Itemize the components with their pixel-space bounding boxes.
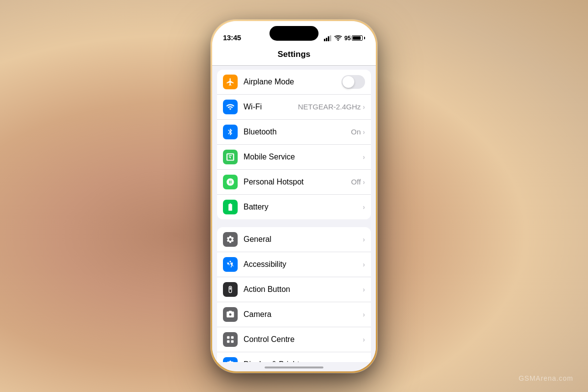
svg-rect-3 bbox=[330, 35, 331, 41]
wifi-chevron: › bbox=[363, 103, 365, 111]
display-brightness-chevron: › bbox=[363, 361, 365, 362]
phone-frame: 13:45 bbox=[211, 20, 377, 373]
airplane-mode-label: Airplane Mode bbox=[244, 78, 342, 86]
camera-row[interactable]: Camera › bbox=[217, 302, 371, 327]
bluetooth-icon bbox=[223, 125, 238, 139]
svg-point-5 bbox=[230, 261, 231, 262]
battery-percent: 95 bbox=[344, 35, 351, 42]
watermark: GSMArena.com bbox=[518, 374, 573, 382]
settings-header: Settings bbox=[212, 46, 376, 66]
svg-rect-11 bbox=[231, 340, 234, 342]
personal-hotspot-value: Off bbox=[351, 178, 361, 186]
svg-rect-0 bbox=[324, 39, 325, 41]
bluetooth-chevron: › bbox=[363, 128, 365, 136]
svg-rect-9 bbox=[231, 336, 234, 339]
accessibility-label: Accessibility bbox=[244, 260, 363, 269]
status-time: 13:45 bbox=[223, 33, 241, 42]
display-brightness-label: Display & Brightness bbox=[244, 360, 363, 362]
wifi-row[interactable]: Wi-Fi NETGEAR-2.4GHz › bbox=[217, 95, 371, 120]
battery-icon-wrap bbox=[223, 200, 238, 214]
home-indicator bbox=[265, 366, 323, 368]
general-icon bbox=[223, 232, 238, 247]
mobile-service-label: Mobile Service bbox=[244, 153, 363, 161]
svg-rect-8 bbox=[227, 336, 229, 339]
action-svg bbox=[226, 285, 234, 294]
mobile-service-chevron: › bbox=[363, 153, 365, 161]
bluetooth-label: Bluetooth bbox=[244, 128, 351, 136]
personal-hotspot-icon bbox=[223, 175, 238, 189]
display-icon bbox=[223, 357, 238, 362]
wifi-svg bbox=[226, 103, 235, 111]
wifi-label: Wi-Fi bbox=[244, 103, 298, 111]
settings-title: Settings bbox=[277, 50, 310, 59]
bluetooth-row[interactable]: Bluetooth On › bbox=[217, 120, 371, 145]
action-button-icon bbox=[223, 282, 238, 297]
section-gap-mid bbox=[212, 223, 376, 227]
accessibility-icon bbox=[223, 257, 238, 272]
battery-status-icon: 95 bbox=[344, 35, 365, 42]
device-group: General › Accessibility bbox=[212, 227, 376, 362]
settings-content[interactable]: Airplane Mode Wi bbox=[212, 66, 376, 362]
svg-point-4 bbox=[337, 39, 338, 40]
general-label: General bbox=[244, 235, 363, 244]
personal-hotspot-label: Personal Hotspot bbox=[244, 178, 351, 186]
svg-rect-1 bbox=[326, 38, 327, 41]
control-centre-chevron: › bbox=[363, 336, 365, 343]
airplane-mode-row[interactable]: Airplane Mode bbox=[217, 70, 371, 95]
camera-svg bbox=[226, 310, 235, 319]
personal-hotspot-chevron: › bbox=[363, 178, 365, 186]
accessibility-chevron: › bbox=[363, 261, 365, 268]
airplane-svg bbox=[226, 78, 235, 86]
battery-row[interactable]: Battery › bbox=[217, 195, 371, 219]
bluetooth-svg bbox=[226, 128, 234, 136]
status-icons: 95 bbox=[324, 35, 365, 42]
mobile-service-row[interactable]: Mobile Service › bbox=[217, 145, 371, 170]
airplane-mode-toggle-knob bbox=[343, 76, 354, 88]
wifi-value: NETGEAR-2.4GHz bbox=[298, 103, 361, 111]
control-centre-label: Control Centre bbox=[244, 335, 363, 344]
mobile-service-icon bbox=[223, 150, 238, 164]
battery-label: Battery bbox=[244, 203, 363, 211]
personal-hotspot-row[interactable]: Personal Hotspot Off › bbox=[217, 170, 371, 195]
status-bar: 13:45 bbox=[212, 21, 376, 46]
connectivity-group: Airplane Mode Wi bbox=[212, 70, 376, 219]
control-centre-row[interactable]: Control Centre › bbox=[217, 327, 371, 352]
wifi-status-icon bbox=[334, 35, 342, 41]
control-centre-icon bbox=[223, 332, 238, 347]
mobile-svg bbox=[226, 153, 235, 161]
general-chevron: › bbox=[363, 235, 365, 243]
section-gap-top bbox=[212, 66, 376, 70]
phone-screen: 13:45 bbox=[212, 21, 376, 371]
display-svg bbox=[226, 360, 235, 362]
device-group-inner: General › Accessibility bbox=[217, 227, 371, 362]
general-row[interactable]: General › bbox=[217, 227, 371, 252]
camera-icon bbox=[223, 307, 238, 322]
accessibility-row[interactable]: Accessibility › bbox=[217, 252, 371, 277]
display-brightness-row[interactable]: Display & Brightness › bbox=[217, 352, 371, 362]
battery-svg bbox=[226, 203, 235, 211]
action-button-chevron: › bbox=[363, 286, 365, 293]
airplane-mode-icon bbox=[223, 75, 238, 89]
connectivity-group-inner: Airplane Mode Wi bbox=[217, 70, 371, 219]
camera-label: Camera bbox=[244, 310, 363, 319]
signal-icon bbox=[324, 35, 332, 41]
bluetooth-value: On bbox=[351, 128, 361, 136]
hotspot-svg bbox=[226, 178, 235, 186]
wifi-icon bbox=[223, 100, 238, 114]
camera-chevron: › bbox=[363, 311, 365, 318]
action-button-label: Action Button bbox=[244, 285, 363, 294]
phone-wrapper: 13:45 bbox=[211, 20, 377, 373]
svg-rect-10 bbox=[227, 340, 229, 342]
svg-rect-7 bbox=[230, 287, 231, 289]
dynamic-island bbox=[270, 26, 318, 41]
action-button-row[interactable]: Action Button › bbox=[217, 277, 371, 302]
gear-svg bbox=[226, 235, 235, 244]
svg-rect-2 bbox=[328, 36, 329, 41]
airplane-mode-toggle[interactable] bbox=[342, 75, 365, 89]
battery-chevron: › bbox=[363, 203, 365, 211]
accessibility-svg bbox=[226, 260, 235, 269]
control-svg bbox=[226, 335, 235, 344]
